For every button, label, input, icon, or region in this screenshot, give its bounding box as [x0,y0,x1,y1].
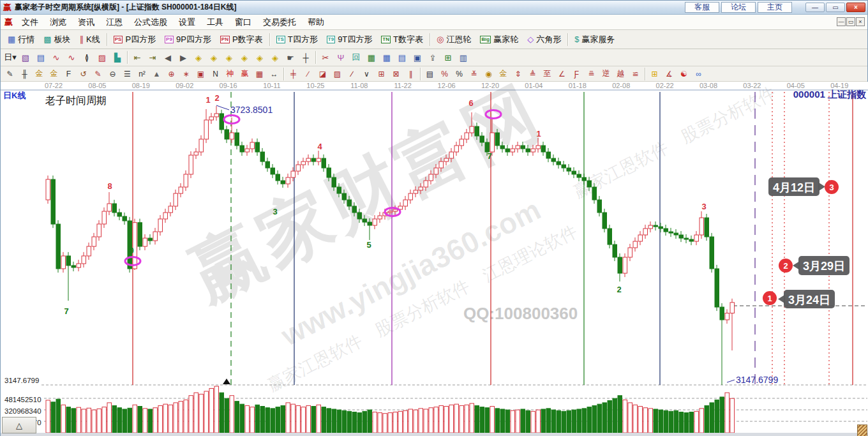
horizontal-scrollbar[interactable] [1,433,868,436]
tool-trend-line[interactable]: ∕ [345,68,359,80]
tool-infinity[interactable]: ∞ [691,68,706,80]
tool-percent-down[interactable]: % [437,68,452,80]
tool-square-grid[interactable]: ▣ [193,68,208,80]
tool-layout[interactable]: ▥ [456,51,471,64]
tool-rail-tool[interactable]: ╪ [286,68,301,80]
quick-link-论坛[interactable]: 论坛 [721,2,756,13]
tool-plus-grid[interactable]: ⊞ [374,68,389,80]
tool-percent[interactable]: % [452,68,467,80]
menu-item-1[interactable]: 浏览 [44,15,72,29]
tool-crosshair-tool[interactable]: ┼ [298,51,313,64]
tool-n-square[interactable]: n² [135,68,149,80]
tool-hatch-box[interactable]: ▨ [330,68,345,80]
tool-reverse-tool[interactable]: 逆 [599,68,613,80]
callout-2[interactable]: 3月29日2 [779,256,849,275]
tool-save[interactable]: ▣ [410,51,425,64]
tool-tri-level[interactable]: ≜ [525,68,540,80]
menu-item-8[interactable]: 交易委托 [257,15,302,29]
tool-wave-9[interactable]: ∿ [64,51,79,64]
candlestick-chart-canvas[interactable]: 07-2208-0508-1909-0209-1610-1110-2511-08… [1,82,868,436]
tool-color-volume[interactable]: ▙ [110,51,125,64]
tool-brain-tool[interactable]: Ψ [333,51,348,64]
child-minimize-button[interactable]: — [837,17,846,26]
menu-item-0[interactable]: 文件 [16,15,44,29]
tool-step-back[interactable]: ◀ [160,51,176,64]
toolbar-button-winner-service[interactable]: $赢家服务 [570,32,619,47]
tool-price-grid[interactable]: ▦ [252,68,267,80]
menu-item-4[interactable]: 公式选股 [128,15,173,29]
toolbar-button-gann-wheel[interactable]: ◎江恩轮 [432,32,475,47]
tool-zhi-tool[interactable]: 至 [540,68,555,80]
tool-grid-sheet[interactable]: ⊞ [440,51,456,64]
tool-candle-style[interactable]: ≬ [79,51,94,64]
tool-updown-tool[interactable]: ⇕ [511,68,525,80]
toolbar-button-9t-square[interactable]: T99T四方形 [322,32,377,47]
tool-step-first[interactable]: ⇤ [130,51,145,64]
tool-gann-diamond-h[interactable]: ◈ [221,51,237,64]
tool-yin-yang[interactable]: ☯ [677,68,691,80]
tool-eq-level[interactable]: ≞ [584,68,599,80]
tool-congruent-tool[interactable]: ≌ [628,68,643,80]
tool-gann-diamond-left[interactable]: ◈ [191,51,206,64]
toolbar-button-p-square[interactable]: PSP四方形 [109,32,160,47]
toolbar-button-sectors[interactable]: ▩板块 [39,32,75,47]
tool-ray-tool[interactable]: ∕ [301,68,315,80]
tool-target-circle[interactable]: ⊕ [164,68,179,80]
toolbar-button-p-number-table[interactable]: PNP数字表 [216,32,267,47]
tool-x-grid[interactable]: ⊠ [389,68,403,80]
tool-period-daily[interactable]: 日▾ [3,51,18,64]
tool-width-tool[interactable]: ↔ [267,68,281,80]
volume-pane-collapse-button[interactable]: △ [2,417,36,433]
callout-3[interactable]: 4月12日3 [768,177,839,196]
tool-golden-ratio[interactable]: 金 [47,68,61,80]
toolbar-button-kline[interactable]: ∥K线 [75,32,105,47]
toolbar-button-t-square[interactable]: TST四方形 [272,32,322,47]
tool-angle-tool[interactable]: ▲ [149,68,164,80]
quick-link-客服[interactable]: 客服 [685,2,719,13]
tool-draw-pen[interactable]: ✎ [3,68,17,80]
minimize-button[interactable]: — [805,3,825,12]
tool-info-panel[interactable]: ▤ [33,51,49,64]
tool-marker-pen[interactable]: ✎ [91,68,105,80]
tool-gann-diamond-star[interactable]: ◈ [267,51,283,64]
tool-table-grid[interactable]: ⊞ [647,68,662,80]
tool-spiral[interactable]: ↺ [76,68,91,80]
tool-gann-diamond-right[interactable]: ◈ [206,51,221,64]
tool-level-tool[interactable]: ≚ [467,68,481,80]
tool-pattern-window[interactable]: ▧ [18,51,33,64]
tool-wave-3[interactable]: ∿ [49,51,64,64]
tool-notebook[interactable]: ▤ [394,51,410,64]
tool-angle-fan[interactable]: ∠ [555,68,569,80]
tool-shen-tool[interactable]: 神 [223,68,237,80]
tool-fibonacci[interactable]: F [61,68,76,80]
tool-chart-angle[interactable]: ∡ [662,68,677,80]
tool-star-rays[interactable]: ∗ [179,68,193,80]
child-close-button[interactable]: × [856,17,865,26]
tool-cross-tool[interactable]: 越 [613,68,628,80]
tool-similar-k[interactable]: ▨ [94,51,110,64]
tool-gann-diamond-x[interactable]: ◈ [237,51,252,64]
menu-item-7[interactable]: 窗口 [229,15,257,29]
tool-maze-tool[interactable]: 回 [348,51,364,64]
close-button[interactable]: × [846,3,865,12]
tool-vee-tool[interactable]: ∨ [359,68,374,80]
tool-step-forward[interactable]: ▶ [176,51,191,64]
toolbar-button-quotes[interactable]: ▦行情 [3,32,39,47]
tool-golden-section[interactable]: 金 [32,68,47,80]
tool-ledger[interactable]: ▤ [423,68,437,80]
child-restore-button[interactable]: ▭ [846,17,855,26]
tool-half-box[interactable]: ◪ [315,68,330,80]
restore-button[interactable]: ▭ [826,3,845,12]
tool-circle-tool[interactable]: ⊖ [105,68,120,80]
tool-calculator[interactable]: ▦ [379,51,394,64]
tool-parallel-lines[interactable]: ∥ [403,68,418,80]
tool-gann-diamond-plus[interactable]: ◈ [252,51,267,64]
quick-link-主页[interactable]: 主页 [758,2,792,13]
toolbar-button-winner-wheel[interactable]: Big赢家轮 [475,32,523,47]
menu-item-9[interactable]: 帮助 [302,15,330,29]
tool-h-lines[interactable]: ☰ [120,68,135,80]
menu-item-3[interactable]: 江恩 [100,15,128,29]
tool-wave-mark[interactable]: Ν [208,68,223,80]
tool-ying-tool[interactable]: 赢 [237,68,252,80]
tool-hand-tool[interactable]: ☛ [283,51,298,64]
